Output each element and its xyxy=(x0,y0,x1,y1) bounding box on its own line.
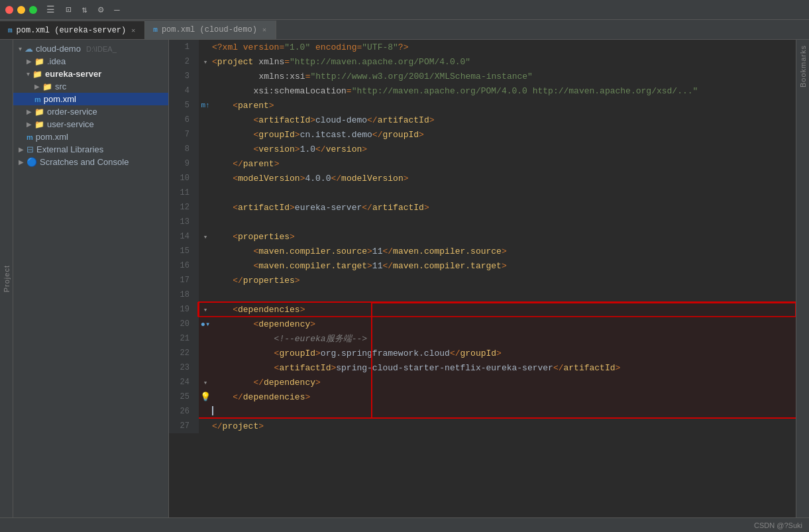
line-num-10: 10 xyxy=(172,171,193,186)
sidebar-label: pom.xml xyxy=(36,132,68,142)
code-line-25: 💡 </dependencies> xyxy=(199,390,796,404)
scratches-icon: 🔵 xyxy=(27,157,37,167)
expand-icon: ▶ xyxy=(27,121,32,128)
line-num-20: 20 xyxy=(172,317,193,331)
file-icon: m xyxy=(27,133,33,141)
expand-icon: ▶ xyxy=(19,158,24,166)
expand-icon: ▾ xyxy=(27,70,30,78)
gutter-24[interactable]: ▾ xyxy=(199,378,212,387)
file-icon: m xyxy=(34,95,41,103)
code-line-15: <maven.compiler.source>11</maven.compile… xyxy=(199,244,796,258)
status-text: CSDN @?Suki xyxy=(754,521,802,529)
sidebar-path: D:\IDEA_ xyxy=(86,45,117,53)
sidebar-item-src[interactable]: ▶ 📁 src xyxy=(13,80,168,93)
code-line-16: <maven.compiler.target>11</maven.compile… xyxy=(199,258,796,273)
folder-icon: 📁 xyxy=(34,120,44,129)
code-line-17: </properties> xyxy=(199,273,796,288)
sidebar-item-external-libs[interactable]: ▶ ⊟ External Libraries xyxy=(13,143,168,156)
line-num-17: 17 xyxy=(172,273,193,288)
sort-icon[interactable]: ⇅ xyxy=(79,3,89,17)
code-editor[interactable]: 1 2 3 4 5 6 7 8 9 10 11 12 13 14 15 16 1… xyxy=(169,40,796,517)
code-line-4: xsi:schemaLocation="http://maven.apache.… xyxy=(199,83,796,98)
sidebar-item-scratches[interactable]: ▶ 🔵 Scratches and Console xyxy=(13,156,168,168)
gutter-19[interactable]: ▾ xyxy=(199,305,212,314)
line-num-4: 4 xyxy=(172,83,193,98)
code-line-11 xyxy=(199,186,796,200)
line-num-18: 18 xyxy=(172,288,193,302)
sidebar-item-cloud-demo[interactable]: ▾ ☁ cloud-demo D:\IDEA_ xyxy=(13,42,168,55)
sidebar-label: user-service xyxy=(47,119,94,129)
layout-icon[interactable]: ⊡ xyxy=(63,3,74,17)
toolbar: ☰ ⊡ ⇅ ⚙ — xyxy=(44,3,123,17)
gutter-14[interactable]: ▾ xyxy=(199,233,212,241)
window-controls xyxy=(5,6,37,14)
line-num-15: 15 xyxy=(172,244,193,258)
line-num-13: 13 xyxy=(172,215,193,229)
maximize-button[interactable] xyxy=(29,6,37,14)
line-num-24: 24 xyxy=(172,375,193,390)
line-num-5: 5 xyxy=(172,98,193,113)
sidebar-label: pom.xml xyxy=(44,94,76,104)
line-num-11: 11 xyxy=(172,186,193,200)
code-line-5: m↑ <parent> xyxy=(199,98,796,113)
code-line-13 xyxy=(199,215,796,229)
tab-label: pom.xml (eureka-server) xyxy=(17,26,127,35)
minimize-button[interactable] xyxy=(17,6,25,14)
menu-icon[interactable]: ☰ xyxy=(44,3,58,17)
gutter-2[interactable]: ▾ xyxy=(199,58,212,66)
code-line-8: <version>1.0</version> xyxy=(199,142,796,156)
expand-icon: ▶ xyxy=(19,146,24,153)
sidebar-item-pom-eureka[interactable]: m pom.xml xyxy=(13,93,168,105)
expand-icon: ▶ xyxy=(27,58,32,65)
tab-pom-cloud-demo[interactable]: m pom.xml (cloud-demo) ✕ xyxy=(145,21,276,39)
code-line-19: ▾ <dependencies> xyxy=(199,302,796,317)
code-line-22: <groupId>org.springframework.cloud</grou… xyxy=(199,346,796,360)
line-num-7: 7 xyxy=(172,127,193,142)
code-line-7: <groupId>cn.itcast.demo</groupId> xyxy=(199,127,796,142)
bookmarks-label: Bookmarks xyxy=(799,45,807,87)
line-numbers: 1 2 3 4 5 6 7 8 9 10 11 12 13 14 15 16 1… xyxy=(169,40,199,433)
code-area: <?xml version="1.0" encoding="UTF-8"?> ▾… xyxy=(199,40,796,433)
code-line-18 xyxy=(199,288,796,302)
sidebar-item-eureka-server[interactable]: ▾ 📁 eureka-server xyxy=(13,68,168,80)
code-line-2: ▾ <project xmlns="http://maven.apache.or… xyxy=(199,54,796,69)
minimize-icon[interactable]: — xyxy=(111,3,122,17)
sidebar-item-pom-cloud[interactable]: m pom.xml xyxy=(13,131,168,143)
gutter-20: ●▾ xyxy=(199,319,212,329)
line-num-25: 25 xyxy=(172,390,193,404)
code-line-24: ▾ </dependency> xyxy=(199,375,796,390)
sidebar-item-order-service[interactable]: ▶ 📁 order-service xyxy=(13,105,168,118)
title-bar: ☰ ⊡ ⇅ ⚙ — xyxy=(0,0,809,20)
code-line-23: <artifactId>spring-cloud-starter-netflix… xyxy=(199,360,796,375)
settings-icon[interactable]: ⚙ xyxy=(95,3,106,17)
code-line-12: <artifactId>eureka-server</artifactId> xyxy=(199,200,796,215)
code-line-1: <?xml version="1.0" encoding="UTF-8"?> xyxy=(199,40,796,54)
code-line-27: </project> xyxy=(199,419,796,433)
line-num-26: 26 xyxy=(172,404,193,419)
close-button[interactable] xyxy=(5,6,13,14)
project-sidebar[interactable]: ▾ ☁ cloud-demo D:\IDEA_ ▶ 📁 .idea ▾ 📁 eu… xyxy=(13,40,169,517)
line-num-1: 1 xyxy=(172,40,193,54)
sidebar-item-idea[interactable]: ▶ 📁 .idea xyxy=(13,55,168,68)
sidebar-label: External Libraries xyxy=(36,144,103,154)
code-line-6: <artifactId>cloud-demo</artifactId> xyxy=(199,113,796,127)
tab-close-button[interactable]: ✕ xyxy=(130,26,136,35)
main-area: Project ▾ ☁ cloud-demo D:\IDEA_ ▶ 📁 .ide… xyxy=(0,40,809,517)
line-num-9: 9 xyxy=(172,156,193,171)
sidebar-item-user-service[interactable]: ▶ 📁 user-service xyxy=(13,118,168,131)
code-line-14: ▾ <properties> xyxy=(199,229,796,244)
folder-icon: 📁 xyxy=(34,107,44,117)
tab-pom-eureka-server[interactable]: m pom.xml (eureka-server) ✕ xyxy=(0,21,145,39)
line-num-14: 14 xyxy=(172,229,193,244)
tab-close-button[interactable]: ✕ xyxy=(261,25,268,34)
line-num-22: 22 xyxy=(172,346,193,360)
gutter-25[interactable]: 💡 xyxy=(199,392,212,402)
line-num-8: 8 xyxy=(172,142,193,156)
line-num-27: 27 xyxy=(172,419,193,433)
line-num-21: 21 xyxy=(172,331,193,346)
project-icon: ☁ xyxy=(25,44,33,54)
expand-icon: ▾ xyxy=(19,45,22,52)
tab-label: pom.xml (cloud-demo) xyxy=(162,25,257,34)
gutter-5: m↑ xyxy=(199,101,212,109)
line-num-6: 6 xyxy=(172,113,193,127)
